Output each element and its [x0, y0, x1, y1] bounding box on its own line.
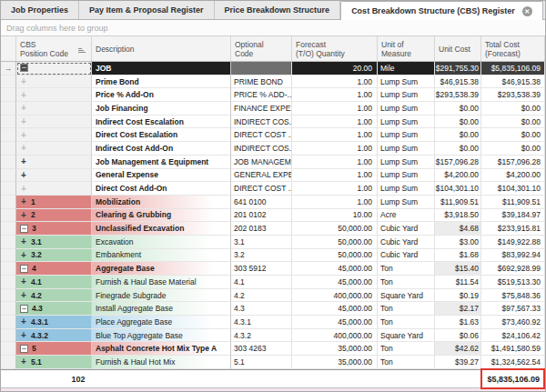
forecast-quantity-cell[interactable]: 1.00: [292, 75, 378, 89]
unit-of-measure-cell[interactable]: Cubic Yard: [378, 236, 435, 249]
description-cell[interactable]: Price % Add-On: [92, 88, 231, 102]
unit-cost-cell[interactable]: $3.00: [435, 236, 481, 249]
unit-cost-cell[interactable]: $15.40: [435, 262, 481, 276]
unit-of-measure-cell[interactable]: Lump Sum: [378, 142, 435, 156]
total-cost-cell[interactable]: $293,538.39: [481, 88, 545, 102]
description-cell[interactable]: Aggregate Base: [92, 262, 231, 276]
optional-code-cell[interactable]: GENERAL EXPE...: [231, 169, 292, 183]
unit-of-measure-cell[interactable]: Square Yard: [378, 329, 435, 343]
optional-code-cell[interactable]: 4.3.1: [231, 316, 292, 329]
optional-code-cell[interactable]: DIRECT COST ...: [231, 182, 292, 196]
forecast-quantity-cell[interactable]: 10.00: [292, 209, 378, 223]
grid-row[interactable]: +4.3.2Blue Top Aggregate Base4.3.2400,00…: [1, 329, 545, 343]
forecast-quantity-cell[interactable]: 20.00: [292, 62, 378, 75]
forecast-quantity-cell[interactable]: 50,000.00: [292, 222, 378, 236]
column-header-quantity[interactable]: Forecast(T/O) Quantity: [292, 36, 378, 61]
cbs-position-code-cell[interactable]: +: [16, 156, 92, 169]
forecast-quantity-cell[interactable]: 45,000.00: [292, 262, 378, 276]
optional-code-cell[interactable]: 4.3.2: [231, 329, 292, 343]
grid-row[interactable]: −3Unclassified Excavation202 018350,000.…: [1, 222, 545, 236]
total-cost-cell[interactable]: $4,200.00: [481, 169, 545, 183]
expand-icon[interactable]: +: [20, 251, 27, 259]
cbs-position-code-cell[interactable]: +: [16, 182, 92, 196]
cbs-position-code-cell[interactable]: +2: [16, 209, 92, 223]
forecast-quantity-cell[interactable]: 45,000.00: [292, 316, 378, 329]
forecast-quantity-cell[interactable]: 1.00: [292, 88, 378, 102]
forecast-quantity-cell[interactable]: 400,000.00: [292, 329, 378, 343]
tab-pay-item-proposal-register[interactable]: Pay Item & Proposal Register: [79, 1, 215, 19]
forecast-quantity-cell[interactable]: 50,000.00: [292, 249, 378, 263]
unit-cost-cell[interactable]: $293,538.39: [435, 88, 481, 102]
unit-cost-cell[interactable]: $291,755.30: [435, 62, 481, 75]
unit-cost-cell[interactable]: $157,096.28: [435, 156, 481, 169]
column-header-uom[interactable]: Unit ofMeasure: [378, 36, 435, 61]
unit-of-measure-cell[interactable]: Lump Sum: [378, 182, 435, 196]
unit-of-measure-cell[interactable]: Cubic Yard: [378, 222, 435, 236]
collapse-icon[interactable]: −: [20, 64, 28, 72]
total-cost-cell[interactable]: $149,922.88: [481, 236, 545, 249]
total-cost-cell[interactable]: $0.00: [481, 116, 545, 129]
collapse-icon[interactable]: −: [20, 265, 28, 273]
unit-cost-cell[interactable]: $0.00: [435, 142, 481, 156]
unit-cost-cell[interactable]: $46,915.38: [435, 75, 481, 89]
forecast-quantity-cell[interactable]: 1.00: [292, 128, 378, 142]
optional-code-cell[interactable]: INDIRECT COS...: [231, 116, 292, 129]
description-cell[interactable]: General Expense: [92, 169, 231, 183]
optional-code-cell[interactable]: INDIRECT COS...: [231, 142, 292, 156]
unit-of-measure-cell[interactable]: Ton: [378, 356, 435, 369]
unit-cost-cell[interactable]: $11.54: [435, 276, 481, 289]
unit-of-measure-cell[interactable]: Lump Sum: [378, 169, 435, 183]
optional-code-cell[interactable]: PRICE % ADD-...: [231, 88, 292, 102]
expand-icon[interactable]: +: [20, 331, 27, 339]
unit-of-measure-cell[interactable]: Lump Sum: [378, 196, 435, 209]
total-cost-cell[interactable]: $104,301.10: [481, 182, 545, 196]
optional-code-cell[interactable]: DIRECT COST ...: [231, 128, 292, 142]
description-cell[interactable]: Embankment: [92, 249, 231, 263]
unit-of-measure-cell[interactable]: Lump Sum: [378, 102, 435, 116]
unit-cost-cell[interactable]: $1.63: [435, 316, 481, 329]
grid-row[interactable]: −4.3Install Aggregate Base4.345,000.00To…: [1, 302, 545, 316]
unit-of-measure-cell[interactable]: Ton: [378, 302, 435, 316]
unit-of-measure-cell[interactable]: Lump Sum: [378, 128, 435, 142]
expand-icon[interactable]: +: [20, 171, 27, 179]
column-header-total_cost[interactable]: Total Cost(Forecast): [481, 36, 545, 61]
unit-of-measure-cell[interactable]: Ton: [378, 342, 435, 356]
total-cost-cell[interactable]: $692,928.99: [481, 262, 545, 276]
total-cost-cell[interactable]: $73,460.92: [481, 316, 545, 329]
expand-icon[interactable]: +: [20, 197, 27, 206]
column-header-unit_cost[interactable]: Unit Cost: [435, 36, 481, 61]
cbs-position-code-cell[interactable]: −4.3: [16, 302, 92, 316]
description-cell[interactable]: Furnish & Haul Hot Mix: [92, 356, 231, 369]
group-by-drop-zone[interactable]: Drag columns here to group: [1, 20, 545, 36]
forecast-quantity-cell[interactable]: 1.00: [292, 102, 378, 116]
grid-row[interactable]: +5.1Furnish & Haul Hot Mix5.135,000.00To…: [1, 356, 545, 369]
column-header-description[interactable]: Description: [92, 36, 231, 61]
cbs-position-code-cell[interactable]: +: [16, 169, 92, 183]
total-cost-cell[interactable]: $83,992.94: [481, 249, 545, 263]
unit-cost-cell[interactable]: $4.68: [435, 222, 481, 236]
cbs-position-code-cell[interactable]: −: [16, 62, 92, 75]
unit-of-measure-cell[interactable]: Lump Sum: [378, 156, 435, 169]
grid-row[interactable]: +Indirect Cost EscalationINDIRECT COS...…: [1, 116, 545, 129]
unit-of-measure-cell[interactable]: Ton: [378, 262, 435, 276]
total-cost-cell[interactable]: $5,835,106.09: [481, 62, 545, 75]
unit-cost-cell[interactable]: $39.27: [435, 356, 481, 369]
description-cell[interactable]: Finegrade Subgrade: [92, 289, 231, 303]
description-cell[interactable]: Unclassified Excavation: [92, 222, 231, 236]
forecast-quantity-cell[interactable]: 1.00: [292, 142, 378, 156]
tab-price-breakdown-structure[interactable]: Price Breakdown Structure: [215, 1, 341, 19]
unit-of-measure-cell[interactable]: Square Yard: [378, 289, 435, 303]
forecast-quantity-cell[interactable]: 1.00: [292, 116, 378, 129]
unit-cost-cell[interactable]: $3,918.50: [435, 209, 481, 223]
unit-of-measure-cell[interactable]: Lump Sum: [378, 75, 435, 89]
unit-cost-cell[interactable]: $42.62: [435, 342, 481, 356]
expand-icon[interactable]: +: [20, 211, 27, 219]
optional-code-cell[interactable]: 641 0100: [231, 196, 292, 209]
optional-code-cell[interactable]: JOB MANAGEM...: [231, 156, 292, 169]
description-cell[interactable]: Mobilization: [92, 196, 231, 209]
unit-cost-cell[interactable]: $2.17: [435, 302, 481, 316]
description-cell[interactable]: Clearing & Grubbing: [92, 209, 231, 223]
total-cost-cell[interactable]: $519,513.30: [481, 276, 545, 289]
expand-icon[interactable]: +: [20, 91, 27, 99]
forecast-quantity-cell[interactable]: 45,000.00: [292, 276, 378, 289]
